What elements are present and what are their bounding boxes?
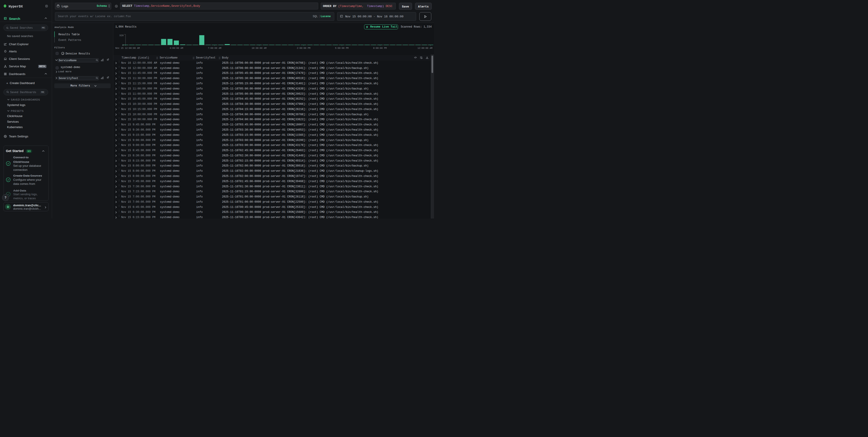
svg-text:2:00:00 PM: 2:00:00 PM (297, 47, 310, 49)
svg-text:8:00:00 PM: 8:00:00 PM (373, 47, 387, 49)
svg-text:12:00:00 AM: 12:00:00 AM (417, 47, 432, 49)
svg-text:4:00:00 AM: 4:00:00 AM (169, 47, 183, 49)
svg-text:320: 320 (119, 34, 124, 37)
svg-text:7:00:00 AM: 7:00:00 AM (208, 47, 221, 49)
svg-text:5:00:00 PM: 5:00:00 PM (335, 47, 348, 49)
svg-text:Nov 15 12:00:00 AM: Nov 15 12:00:00 AM (115, 47, 140, 49)
svg-text:10:30:00 AM: 10:30:00 AM (252, 47, 267, 49)
svg-text:0: 0 (122, 44, 123, 46)
